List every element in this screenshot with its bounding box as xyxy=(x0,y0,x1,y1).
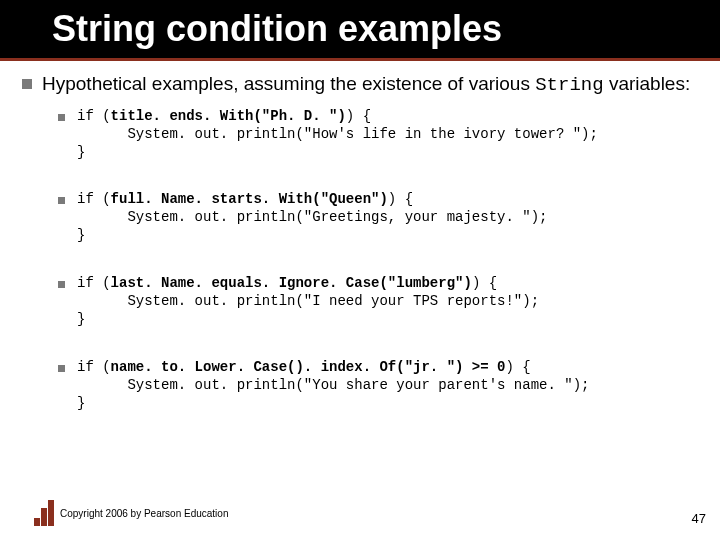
example-item: if (title. ends. With("Ph. D. ")) { Syst… xyxy=(58,108,720,162)
slide-title: String condition examples xyxy=(52,8,502,50)
code-line1-bold: last. Name. equals. Ignore. Case("lumber… xyxy=(111,275,472,291)
code-line1-bold: name. to. Lower. Case(). index. Of("jr. … xyxy=(111,359,506,375)
intro-pre: Hypothetical examples, assuming the exis… xyxy=(42,73,535,94)
example-item: if (name. to. Lower. Case(). index. Of("… xyxy=(58,359,720,413)
square-bullet-icon xyxy=(58,281,65,288)
examples-list: if (title. ends. With("Ph. D. ")) { Syst… xyxy=(58,108,720,413)
footer: Copyright 2006 by Pearson Education xyxy=(34,500,228,526)
copyright-text: Copyright 2006 by Pearson Education xyxy=(60,508,228,519)
code-line1-bold: title. ends. With("Ph. D. ") xyxy=(111,108,346,124)
code-line1-tail: ) { xyxy=(505,359,530,375)
code-block: if (last. Name. equals. Ignore. Case("lu… xyxy=(77,275,539,329)
code-line1-tail: ) { xyxy=(472,275,497,291)
code-block: if (name. to. Lower. Case(). index. Of("… xyxy=(77,359,589,413)
code-line3: } xyxy=(77,311,85,327)
code-line3: } xyxy=(77,395,85,411)
title-bar: String condition examples xyxy=(0,0,720,58)
code-line1-tail: ) { xyxy=(346,108,371,124)
code-line1-head: if ( xyxy=(77,359,111,375)
code-line2: System. out. println("Greetings, your ma… xyxy=(77,209,547,225)
square-bullet-icon xyxy=(58,197,65,204)
code-block: if (title. ends. With("Ph. D. ")) { Syst… xyxy=(77,108,598,162)
example-item: if (last. Name. equals. Ignore. Case("lu… xyxy=(58,275,720,329)
square-bullet-icon xyxy=(22,79,32,89)
example-item: if (full. Name. starts. With("Queen")) {… xyxy=(58,191,720,245)
intro-text: Hypothetical examples, assuming the exis… xyxy=(42,72,690,98)
code-line2: System. out. println("I need your TPS re… xyxy=(77,293,539,309)
code-line1-head: if ( xyxy=(77,108,111,124)
code-line1-bold: full. Name. starts. With("Queen") xyxy=(111,191,388,207)
slide: String condition examples Hypothetical e… xyxy=(0,0,720,540)
code-line2: System. out. println("You share your par… xyxy=(77,377,589,393)
square-bullet-icon xyxy=(58,365,65,372)
square-bullet-icon xyxy=(58,114,65,121)
intro-post: variables: xyxy=(604,73,691,94)
intro-mono: String xyxy=(535,74,603,96)
code-line1-head: if ( xyxy=(77,191,111,207)
code-block: if (full. Name. starts. With("Queen")) {… xyxy=(77,191,547,245)
intro-block: Hypothetical examples, assuming the exis… xyxy=(22,72,698,98)
page-number: 47 xyxy=(692,511,706,526)
code-line1-head: if ( xyxy=(77,275,111,291)
code-line3: } xyxy=(77,227,85,243)
code-line2: System. out. println("How's life in the … xyxy=(77,126,598,142)
code-line3: } xyxy=(77,144,85,160)
stairs-icon xyxy=(34,500,54,526)
code-line1-tail: ) { xyxy=(388,191,413,207)
accent-strip xyxy=(0,58,720,61)
